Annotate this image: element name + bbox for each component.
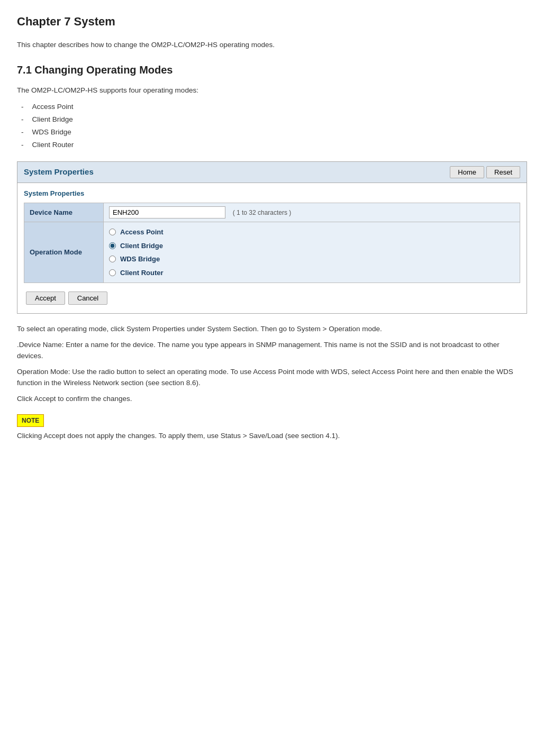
- sys-body: System Properties Device Name ( 1 to 32 …: [17, 183, 527, 314]
- radio-client-router-label: Client Router: [120, 268, 164, 278]
- sys-header-title: System Properties: [24, 166, 94, 178]
- radio-client-bridge-input[interactable]: [109, 242, 116, 249]
- char-hint: ( 1 to 32 characters ): [233, 209, 292, 216]
- device-name-label: Device Name: [24, 203, 104, 222]
- action-buttons: Accept Cancel: [24, 288, 520, 308]
- radio-access-point-label: Access Point: [120, 227, 164, 238]
- cancel-button[interactable]: Cancel: [68, 292, 107, 305]
- body-p3: Operation Mode: Use the radio button to …: [17, 366, 527, 389]
- radio-wds-bridge-input[interactable]: [109, 256, 116, 262]
- sys-section-label: System Properties: [24, 188, 520, 199]
- accept-button[interactable]: Accept: [26, 292, 65, 305]
- radio-client-router[interactable]: Client Router: [109, 266, 514, 280]
- modes-list: Access Point Client Bridge WDS Bridge Cl…: [17, 101, 527, 152]
- note-section: NOTE Clicking Accept does not apply the …: [17, 414, 527, 442]
- home-button[interactable]: Home: [450, 166, 484, 178]
- chapter-title: Chapter 7 System: [17, 13, 527, 30]
- body-p1: To select an operating mode, click Syste…: [17, 323, 527, 335]
- reset-button[interactable]: Reset: [486, 166, 520, 178]
- operation-mode-row: Operation Mode Access Point Client Bridg…: [24, 222, 520, 283]
- radio-client-bridge-label: Client Bridge: [120, 241, 163, 251]
- radio-client-bridge[interactable]: Client Bridge: [109, 239, 514, 253]
- chapter-intro: This chapter describes how to change the…: [17, 40, 527, 50]
- section-title: 7.1 Changing Operating Modes: [17, 62, 527, 78]
- operation-mode-label: Operation Mode: [24, 222, 104, 283]
- radio-wds-bridge[interactable]: WDS Bridge: [109, 252, 514, 266]
- radio-access-point[interactable]: Access Point: [109, 225, 514, 239]
- device-name-row: Device Name ( 1 to 32 characters ): [24, 203, 520, 222]
- properties-table: Device Name ( 1 to 32 characters ) Opera…: [24, 203, 520, 283]
- body-p4: Click Accept to confirm the changes.: [17, 393, 527, 405]
- radio-client-router-input[interactable]: [109, 269, 116, 276]
- note-badge: NOTE: [17, 414, 44, 427]
- mode-item-2: Client Bridge: [17, 113, 527, 126]
- operation-mode-options: Access Point Client Bridge WDS Bridge Cl…: [104, 222, 520, 283]
- note-text: Clicking Accept does not apply the chang…: [17, 430, 527, 442]
- header-buttons: Home Reset: [450, 166, 520, 178]
- system-properties-box: System Properties Home Reset System Prop…: [17, 161, 527, 314]
- body-p2: .Device Name: Enter a name for the devic…: [17, 339, 527, 362]
- radio-wds-bridge-label: WDS Bridge: [120, 254, 160, 265]
- radio-access-point-input[interactable]: [109, 229, 116, 235]
- mode-item-4: Client Router: [17, 139, 527, 151]
- device-name-input[interactable]: [109, 206, 225, 218]
- modes-intro: The OM2P-LC/OM2P-HS supports four operat…: [17, 85, 527, 96]
- mode-item-1: Access Point: [17, 101, 527, 113]
- sys-header: System Properties Home Reset: [17, 162, 527, 183]
- mode-item-3: WDS Bridge: [17, 126, 527, 139]
- device-name-value-cell: ( 1 to 32 characters ): [104, 203, 520, 222]
